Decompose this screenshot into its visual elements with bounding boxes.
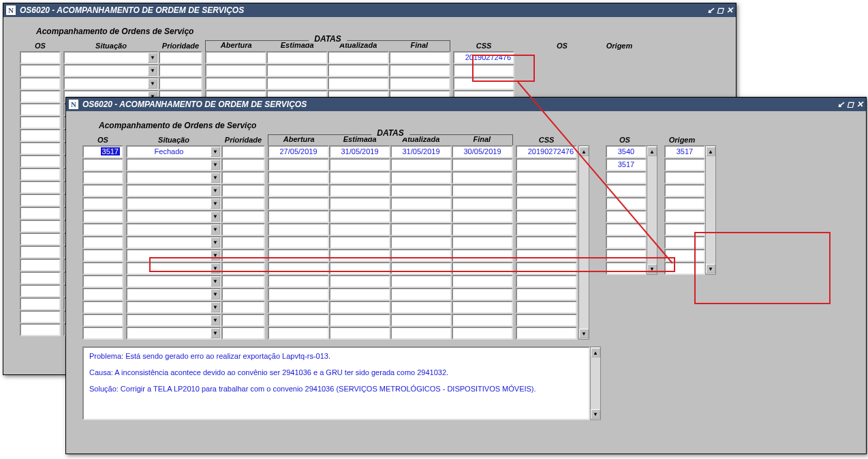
cell[interactable] <box>390 275 452 288</box>
side-os-cell[interactable]: 3540 <box>606 145 647 158</box>
side-origem-cell[interactable] <box>664 249 705 262</box>
cell[interactable] <box>390 288 452 301</box>
os-cell[interactable] <box>82 249 123 262</box>
scroll-down-icon[interactable]: ▼ <box>579 329 589 338</box>
cell[interactable] <box>20 181 61 194</box>
cell[interactable] <box>329 223 390 236</box>
situacao-cell[interactable]: ▼ <box>126 288 221 301</box>
cell[interactable] <box>159 51 202 64</box>
cell[interactable] <box>453 77 514 90</box>
cell[interactable] <box>452 262 513 275</box>
side-origem-cell[interactable]: 3517 <box>664 145 705 158</box>
cell[interactable] <box>329 158 390 171</box>
cell[interactable] <box>268 327 329 340</box>
chevron-down-icon[interactable]: ▼ <box>211 211 220 222</box>
cell[interactable] <box>452 327 513 340</box>
cell[interactable] <box>390 327 452 340</box>
css-cell[interactable] <box>516 327 577 340</box>
cell[interactable] <box>452 275 513 288</box>
side-origem-cell[interactable] <box>664 236 705 249</box>
cell[interactable]: 30/05/2019 <box>452 145 513 158</box>
os-cell[interactable] <box>82 197 123 210</box>
os-cell[interactable] <box>82 262 123 275</box>
css-cell[interactable] <box>516 275 577 288</box>
cell[interactable] <box>452 249 513 262</box>
chevron-down-icon[interactable]: ▼ <box>211 263 220 273</box>
chevron-down-icon[interactable]: ▼ <box>148 65 157 76</box>
cell[interactable] <box>20 297 61 310</box>
css-cell[interactable] <box>516 262 577 275</box>
cell[interactable] <box>390 184 452 197</box>
cell[interactable] <box>221 223 265 236</box>
cell[interactable] <box>329 184 390 197</box>
cell[interactable] <box>329 210 390 223</box>
scrollbar-side-origem[interactable]: ▲ ▼ <box>705 145 716 275</box>
cell[interactable] <box>221 197 265 210</box>
chevron-down-icon[interactable]: ▼ <box>211 198 220 209</box>
cell[interactable] <box>328 77 389 90</box>
css-cell[interactable] <box>516 171 577 184</box>
cell[interactable] <box>266 77 328 90</box>
os-cell[interactable]: 3517 <box>82 145 123 158</box>
cell[interactable]: ▼ <box>63 51 159 64</box>
cell[interactable] <box>268 288 329 301</box>
side-os-cell[interactable] <box>606 249 647 262</box>
situacao-cell[interactable]: ▼ <box>126 184 221 197</box>
scrollbar-desc[interactable]: ▲ ▼ <box>590 346 601 420</box>
cell[interactable] <box>266 51 328 64</box>
side-origem-cell[interactable] <box>664 171 705 184</box>
cell[interactable] <box>20 168 61 181</box>
cell[interactable] <box>159 77 202 90</box>
side-os-cell[interactable] <box>606 262 647 275</box>
close-icon[interactable]: ✕ <box>856 100 863 109</box>
situacao-cell[interactable]: ▼ <box>126 158 221 171</box>
os-cell[interactable] <box>82 314 123 327</box>
scrollbar-side-os[interactable]: ▲ ▼ <box>647 145 657 275</box>
cell[interactable]: 31/05/2019 <box>329 145 390 158</box>
cell[interactable] <box>389 77 450 90</box>
cell[interactable] <box>390 171 452 184</box>
css-cell[interactable] <box>516 249 577 262</box>
cell[interactable] <box>268 314 329 327</box>
situacao-cell[interactable]: ▼ <box>126 223 221 236</box>
cell[interactable] <box>390 197 452 210</box>
cell[interactable] <box>20 51 61 64</box>
cell[interactable] <box>221 249 265 262</box>
chevron-down-icon[interactable]: ▼ <box>211 173 220 183</box>
cell[interactable] <box>452 184 513 197</box>
chevron-down-icon[interactable]: ▼ <box>148 53 157 63</box>
side-os-cell[interactable] <box>606 184 647 197</box>
cell[interactable] <box>221 236 265 249</box>
cell[interactable] <box>20 155 61 168</box>
cell[interactable] <box>266 64 328 77</box>
cell[interactable] <box>20 77 61 90</box>
cell[interactable] <box>268 301 329 314</box>
cell[interactable] <box>268 275 329 288</box>
cell[interactable] <box>329 197 390 210</box>
chevron-down-icon[interactable]: ▼ <box>211 186 220 196</box>
chevron-down-icon[interactable]: ▼ <box>148 78 157 89</box>
cell[interactable] <box>20 233 61 246</box>
os-cell[interactable] <box>82 210 123 223</box>
side-os-cell[interactable] <box>606 210 647 223</box>
os-cell[interactable] <box>82 301 123 314</box>
cell[interactable] <box>159 64 202 77</box>
cell[interactable] <box>221 184 265 197</box>
scroll-down-icon[interactable]: ▼ <box>647 264 657 273</box>
cell[interactable] <box>20 142 61 155</box>
cell[interactable] <box>329 288 390 301</box>
side-os-cell[interactable] <box>606 171 647 184</box>
css-cell[interactable] <box>516 223 577 236</box>
cell[interactable] <box>20 129 61 142</box>
situacao-cell[interactable]: ▼ <box>126 236 221 249</box>
chevron-down-icon[interactable]: ▼ <box>211 224 220 235</box>
os-cell[interactable] <box>82 275 123 288</box>
side-origem-cell[interactable] <box>664 210 705 223</box>
cell[interactable] <box>20 194 61 207</box>
chevron-down-icon[interactable]: ▼ <box>211 160 220 170</box>
cell[interactable] <box>390 262 452 275</box>
cell[interactable] <box>205 51 266 64</box>
side-os-cell[interactable] <box>606 197 647 210</box>
scroll-up-icon[interactable]: ▲ <box>706 147 715 156</box>
situacao-cell[interactable]: ▼ <box>126 249 221 262</box>
